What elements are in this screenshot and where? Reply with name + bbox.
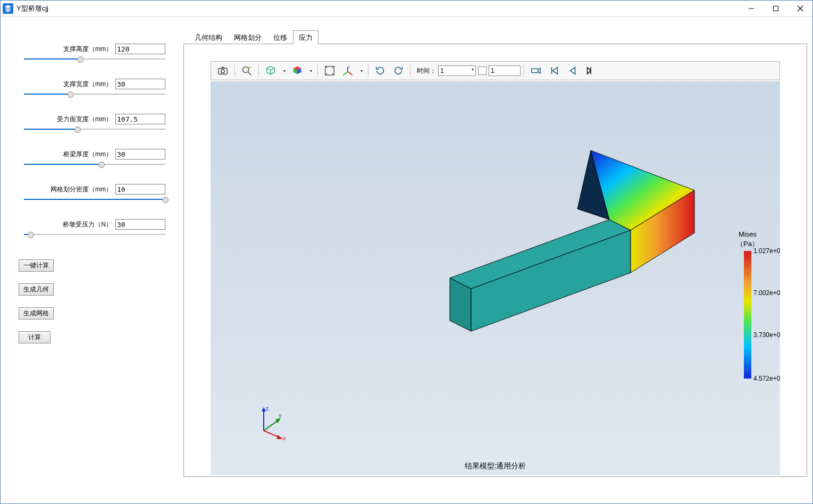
result-canvas[interactable]: z y x 结果模型:通用分析 Mises （Pa） 1.027e+057.00… bbox=[211, 81, 780, 475]
svg-text:z: z bbox=[348, 65, 350, 68]
param-3: 桥梁厚度（mm） bbox=[16, 149, 165, 168]
fit-view-button[interactable] bbox=[321, 63, 338, 79]
axis-dropdown[interactable]: z y x bbox=[339, 63, 365, 79]
model-render bbox=[328, 119, 710, 363]
xyz-triad: z y x bbox=[253, 404, 290, 441]
tab-2[interactable]: 位移 bbox=[267, 30, 293, 44]
viewer-toolbar: z y x 时间： bbox=[211, 61, 780, 80]
param-input-5[interactable] bbox=[115, 219, 165, 230]
color-legend: Mises （Pa） 1.027e+057.002e+043.730e+044.… bbox=[724, 230, 772, 379]
one-click-calc-button[interactable]: 一键计算 bbox=[19, 259, 54, 272]
svg-marker-17 bbox=[450, 278, 471, 331]
param-0: 支撑高度（mm） bbox=[16, 44, 165, 63]
svg-text:x: x bbox=[351, 73, 353, 76]
svg-point-5 bbox=[221, 70, 224, 73]
rotate-ccw-button[interactable] bbox=[390, 63, 407, 79]
rotate-cw-button[interactable] bbox=[372, 63, 389, 79]
param-label-2: 受力面宽度（mm） bbox=[57, 115, 112, 124]
tab-0[interactable]: 几何结构 bbox=[189, 30, 228, 44]
param-input-0[interactable] bbox=[115, 44, 165, 54]
generate-geometry-button[interactable]: 生成几何 bbox=[19, 283, 54, 296]
view-cube-dropdown[interactable] bbox=[262, 63, 288, 79]
time-step-input[interactable] bbox=[489, 65, 521, 76]
param-1: 支撑宽度（mm） bbox=[16, 79, 165, 98]
legend-title-1: Mises bbox=[724, 230, 772, 238]
play-reverse-button[interactable] bbox=[564, 63, 581, 79]
time-end-button[interactable] bbox=[478, 66, 487, 75]
svg-marker-16 bbox=[450, 220, 631, 289]
result-caption: 结果模型:通用分析 bbox=[465, 461, 526, 471]
param-slider-3[interactable] bbox=[24, 161, 165, 168]
screenshot-button[interactable] bbox=[214, 63, 231, 79]
sidebar: 支撑高度（mm） 支撑宽度（mm） 受力面宽度（mm） 桥梁厚度（mm） bbox=[1, 17, 181, 503]
window-title: Y型桥墩cjj bbox=[16, 4, 48, 13]
param-label-1: 支撑宽度（mm） bbox=[63, 80, 112, 89]
svg-text:x: x bbox=[283, 435, 286, 441]
svg-text:z: z bbox=[266, 405, 269, 411]
param-input-2[interactable] bbox=[115, 114, 165, 124]
tab-bar: 几何结构网格划分位移应力 bbox=[183, 31, 807, 44]
param-label-5: 桥墩受压力（N） bbox=[63, 220, 112, 229]
param-input-1[interactable] bbox=[115, 79, 165, 89]
generate-mesh-button[interactable]: 生成网格 bbox=[19, 307, 54, 320]
param-5: 桥墩受压力（N） bbox=[16, 219, 165, 238]
legend-tick: 3.730e+04 bbox=[753, 331, 780, 339]
legend-tick: 4.572e+03 bbox=[753, 375, 780, 382]
param-label-4: 网格划分密度（mm） bbox=[51, 185, 112, 194]
app-window: Y型桥墩cjj 支撑高度（mm） 支撑宽度（mm） bbox=[0, 0, 813, 504]
quick-zoom-button[interactable] bbox=[238, 63, 255, 79]
svg-marker-18 bbox=[471, 230, 631, 331]
param-slider-0[interactable] bbox=[24, 55, 165, 63]
svg-line-25 bbox=[264, 420, 279, 431]
maximize-button[interactable] bbox=[764, 1, 788, 16]
svg-text:y: y bbox=[279, 412, 282, 418]
camera-icon[interactable] bbox=[527, 63, 544, 79]
minimize-button[interactable] bbox=[739, 1, 764, 16]
param-slider-2[interactable] bbox=[24, 125, 165, 133]
svg-marker-23 bbox=[262, 407, 266, 411]
color-cube-dropdown[interactable] bbox=[289, 63, 314, 79]
svg-marker-29 bbox=[277, 435, 283, 439]
legend-tick: 1.027e+05 bbox=[753, 247, 780, 255]
app-icon bbox=[3, 3, 13, 14]
svg-marker-19 bbox=[577, 150, 609, 220]
param-slider-1[interactable] bbox=[24, 90, 165, 98]
skip-start-button[interactable] bbox=[546, 63, 563, 79]
tab-3[interactable]: 应力 bbox=[293, 30, 319, 44]
svg-marker-21 bbox=[631, 190, 694, 273]
more-button[interactable] bbox=[582, 63, 599, 79]
svg-point-6 bbox=[243, 67, 249, 73]
svg-line-11 bbox=[344, 72, 348, 75]
param-label-3: 桥梁厚度（mm） bbox=[63, 150, 112, 159]
param-input-3[interactable] bbox=[115, 149, 165, 159]
legend-tick: 7.002e+04 bbox=[753, 289, 780, 297]
close-button[interactable] bbox=[788, 1, 812, 16]
param-4: 网格划分密度（mm） bbox=[16, 184, 165, 203]
time-label: 时间： bbox=[417, 66, 436, 75]
param-2: 受力面宽度（mm） bbox=[16, 114, 165, 133]
param-input-4[interactable] bbox=[115, 184, 165, 195]
param-label-0: 支撑高度（mm） bbox=[63, 45, 112, 54]
time-combo[interactable] bbox=[438, 65, 476, 76]
svg-marker-20 bbox=[591, 150, 694, 230]
svg-line-7 bbox=[248, 72, 252, 75]
param-slider-5[interactable] bbox=[24, 231, 165, 238]
svg-text:y: y bbox=[343, 73, 345, 76]
svg-rect-1 bbox=[774, 6, 778, 11]
svg-rect-15 bbox=[532, 69, 538, 72]
main-area: 几何结构网格划分位移应力 bbox=[181, 17, 812, 503]
param-slider-4[interactable] bbox=[24, 196, 165, 203]
calculate-button[interactable]: 计算 bbox=[19, 331, 51, 343]
svg-marker-26 bbox=[275, 418, 281, 423]
tab-1[interactable]: 网格划分 bbox=[228, 30, 267, 44]
titlebar: Y型桥墩cjj bbox=[1, 1, 812, 17]
viewer-frame: z y x 时间： bbox=[183, 44, 807, 477]
